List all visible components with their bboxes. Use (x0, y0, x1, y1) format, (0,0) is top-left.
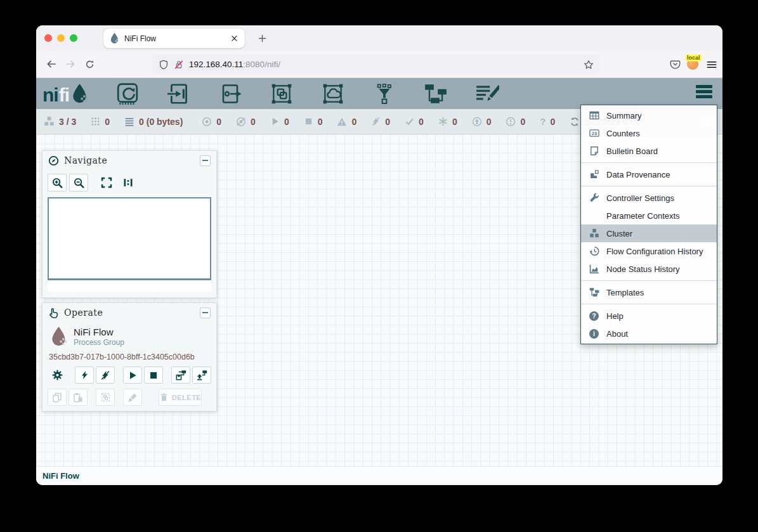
process-group-icon (270, 82, 294, 105)
locally-modified-asterisk-icon (438, 117, 448, 126)
navigate-header[interactable]: Navigate (42, 151, 216, 170)
breadcrumb-root[interactable]: NiFi Flow (42, 471, 79, 481)
processor-icon (115, 82, 140, 105)
empty-icon-slot (589, 211, 599, 221)
paint-brush-icon (127, 393, 138, 403)
delete-label: DELETE (172, 394, 201, 401)
cluster-cubes-icon (44, 116, 55, 127)
navigate-collapse-button[interactable] (200, 155, 211, 166)
menu-item-templates[interactable]: Templates (581, 283, 717, 301)
enable-button[interactable] (75, 367, 94, 384)
one-to-one-icon (122, 177, 134, 188)
reload-button[interactable] (80, 55, 99, 74)
output-port-component[interactable] (218, 82, 243, 105)
url-text[interactable]: 192.168.40.11:8080/nifi/ (189, 60, 578, 69)
menu-item-cluster[interactable]: Cluster (581, 224, 717, 242)
queued-status: 0 (0 bytes) (124, 117, 183, 127)
menu-item-flow-configuration-history[interactable]: Flow Configuration History (581, 242, 717, 260)
template-component[interactable] (423, 82, 448, 105)
birdseye-brush[interactable] (48, 280, 211, 292)
exclamation-circle-icon (506, 117, 516, 127)
global-menu-button[interactable] (696, 85, 712, 98)
global-menu: Summary Counters Bulletin Board Data Pro… (580, 105, 717, 344)
connected-nodes-status: 3 / 3 (44, 116, 76, 127)
stopped-status: 0 (304, 117, 323, 127)
url-bar[interactable]: 192.168.40.11:8080/nifi/ (152, 55, 600, 74)
menu-item-counters[interactable]: Counters (581, 124, 717, 142)
close-window-button[interactable] (44, 34, 52, 42)
transmitting-status: 0 (202, 117, 221, 127)
input-port-component[interactable] (166, 82, 192, 105)
operate-buttons-row-1 (42, 361, 216, 384)
zoom-fit-button[interactable] (97, 174, 116, 191)
remote-process-group-icon (321, 82, 345, 105)
selected-component: NiFi Flow Process Group (42, 322, 216, 347)
stale-up-arrow-icon (472, 117, 482, 127)
label-component[interactable] (474, 82, 500, 105)
zoom-in-button[interactable] (48, 174, 67, 191)
group-button[interactable] (96, 389, 115, 406)
chart-icon (589, 264, 599, 274)
maximize-window-button[interactable] (70, 34, 77, 42)
zoom-out-button[interactable] (69, 174, 88, 191)
back-arrow-icon (46, 59, 56, 69)
process-group-component[interactable] (269, 82, 294, 105)
reload-icon (85, 60, 95, 69)
info-icon: i (589, 329, 599, 339)
active-threads-status: 0 (91, 117, 110, 127)
menu-label: Counters (606, 129, 640, 138)
new-tab-button[interactable] (254, 30, 270, 46)
upload-template-button[interactable] (192, 367, 211, 384)
menu-item-summary[interactable]: Summary (581, 107, 717, 124)
bookmark-star-icon[interactable] (584, 60, 594, 70)
up-to-date-count: 0 (419, 117, 424, 127)
transmitting-count: 0 (216, 117, 221, 127)
compass-icon (48, 155, 59, 166)
logo-text-fi: fi (59, 86, 69, 105)
back-button[interactable] (42, 55, 61, 74)
menu-item-help[interactable]: ? Help (581, 307, 717, 325)
forward-button[interactable] (61, 55, 80, 74)
menu-item-data-provenance[interactable]: Data Provenance (581, 165, 717, 183)
browser-tab[interactable]: NiFi Flow (103, 29, 245, 48)
funnel-icon (374, 82, 395, 105)
processor-component[interactable] (115, 82, 140, 105)
minus-icon (202, 160, 208, 161)
menu-item-node-status-history[interactable]: Node Status History (581, 260, 717, 278)
operate-collapse-button[interactable] (200, 308, 211, 318)
pocket-icon[interactable] (670, 59, 681, 70)
menu-item-about[interactable]: i About (581, 325, 717, 342)
configure-button[interactable] (48, 367, 67, 384)
delete-button[interactable]: DELETE (159, 389, 202, 406)
save-template-button[interactable] (171, 367, 190, 384)
menu-item-bulletin-board[interactable]: Bulletin Board (581, 142, 717, 160)
funnel-component[interactable] (372, 82, 397, 105)
change-color-button[interactable] (123, 389, 142, 406)
profile-avatar[interactable]: local (687, 58, 700, 71)
stopped-count: 0 (318, 117, 323, 127)
start-button[interactable] (123, 367, 142, 384)
tab-title: NiFi Flow (124, 34, 225, 43)
menu-item-parameter-contexts[interactable]: Parameter Contexts (581, 207, 717, 224)
menu-item-controller-settings[interactable]: Controller Settings (581, 189, 717, 207)
not-transmitting-status: 0 (236, 117, 256, 127)
trash-icon (159, 393, 169, 402)
minimize-window-button[interactable] (57, 34, 65, 42)
refresh-icon[interactable] (570, 117, 580, 127)
operate-header[interactable]: Operate (42, 303, 216, 322)
remote-process-group-component[interactable] (320, 82, 346, 105)
birdseye-view[interactable] (48, 197, 211, 280)
zoom-actual-size-button[interactable] (119, 174, 138, 191)
template-icon (424, 82, 448, 105)
firefox-menu-icon[interactable] (706, 59, 717, 70)
menu-label: Help (606, 311, 624, 321)
disable-button[interactable] (96, 367, 115, 384)
stop-button[interactable] (144, 367, 163, 384)
tab-close-icon[interactable] (230, 34, 239, 42)
insecure-lock-icon[interactable] (174, 60, 184, 70)
paste-button[interactable] (69, 389, 88, 406)
profile-badge: local (686, 55, 702, 62)
copy-button[interactable] (48, 389, 67, 406)
fit-icon (101, 177, 112, 188)
tracking-shield-icon[interactable] (159, 60, 169, 70)
